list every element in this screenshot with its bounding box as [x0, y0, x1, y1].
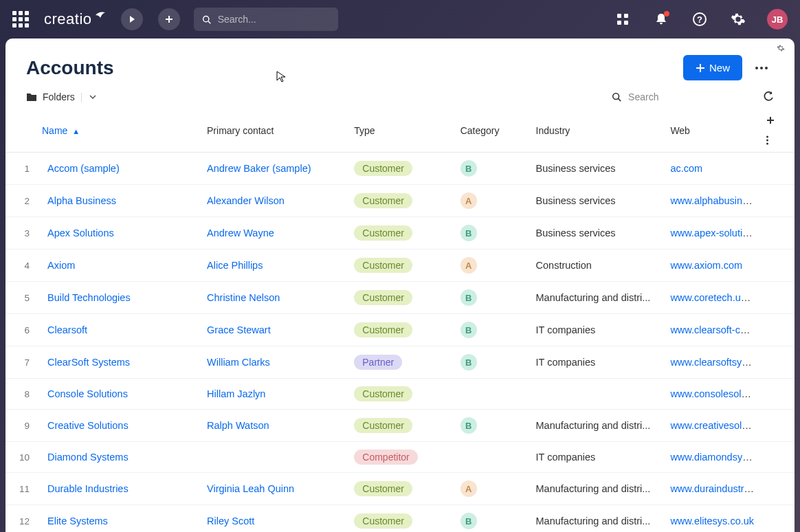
- col-header-web[interactable]: Web: [665, 109, 761, 153]
- svg-point-11: [613, 93, 619, 100]
- account-name-link[interactable]: Diamond Systems: [47, 452, 129, 463]
- ellipsis-icon: [755, 67, 768, 69]
- industry-cell: Construction: [531, 250, 665, 282]
- table-row[interactable]: 10 Diamond Systems Competitor IT compani…: [5, 442, 795, 473]
- account-name-link[interactable]: Creative Solutions: [47, 420, 129, 431]
- add-column-button[interactable]: [766, 116, 781, 124]
- svg-point-10: [765, 67, 768, 69]
- table-row[interactable]: 11 Durable Industries Virginia Leah Quin…: [5, 473, 795, 505]
- more-actions-button[interactable]: [749, 56, 774, 80]
- notifications-icon[interactable]: [650, 8, 672, 30]
- table-row[interactable]: 1 Accom (sample) Andrew Baker (sample) C…: [5, 153, 795, 185]
- web-link[interactable]: www.consolesolutions: [670, 388, 761, 399]
- contact-link[interactable]: William Clarks: [207, 357, 270, 368]
- account-name-link[interactable]: Axiom: [47, 260, 75, 271]
- row-index: 2: [5, 185, 42, 217]
- web-link[interactable]: www.elitesys.co.uk: [670, 516, 754, 527]
- contact-link[interactable]: Riley Scott: [207, 516, 254, 527]
- table-row[interactable]: 12 Elite Systems Riley Scott Customer B …: [5, 505, 795, 533]
- row-index: 8: [5, 379, 42, 410]
- industry-cell: IT companies: [531, 442, 665, 473]
- table-row[interactable]: 5 Build Technologies Christine Nelson Cu…: [5, 282, 795, 314]
- svg-point-14: [766, 140, 768, 142]
- folders-button[interactable]: Folders: [26, 91, 75, 102]
- table-row[interactable]: 2 Alpha Business Alexander Wilson Custom…: [5, 185, 795, 217]
- category-badge: B: [460, 160, 477, 177]
- help-icon[interactable]: ?: [689, 8, 711, 30]
- account-name-link[interactable]: Elite Systems: [47, 516, 108, 527]
- table-row[interactable]: 8 Console Solutions Hillam Jazlyn Custom…: [5, 379, 795, 410]
- apps-menu-icon[interactable]: [12, 11, 29, 27]
- svg-point-0: [203, 16, 208, 21]
- contact-link[interactable]: Alice Phillips: [207, 260, 263, 271]
- account-name-link[interactable]: Accom (sample): [47, 163, 120, 174]
- settings-icon[interactable]: [727, 8, 749, 30]
- contact-link[interactable]: Andrew Wayne: [207, 228, 274, 239]
- table-search[interactable]: [612, 91, 749, 102]
- col-header-name[interactable]: Name ▲: [42, 109, 201, 153]
- play-button[interactable]: [121, 8, 143, 30]
- web-link[interactable]: www.clearsoft-corporate: [670, 324, 761, 335]
- svg-line-12: [619, 99, 621, 102]
- row-index: 10: [5, 442, 42, 473]
- global-search[interactable]: [194, 8, 338, 31]
- web-link[interactable]: www.axiom.com: [670, 260, 742, 271]
- web-link[interactable]: www.duraindustries.com: [670, 483, 761, 494]
- folders-dropdown[interactable]: [89, 95, 96, 99]
- refresh-button[interactable]: [763, 91, 774, 102]
- marketplace-icon[interactable]: [612, 8, 634, 30]
- web-link[interactable]: www.creativesolutions: [670, 420, 761, 431]
- web-link[interactable]: www.clearsoftsys.com: [670, 357, 761, 368]
- web-link[interactable]: ac.com: [670, 163, 702, 174]
- contact-link[interactable]: Grace Stewart: [207, 324, 271, 335]
- panel-settings-icon[interactable]: [777, 44, 785, 52]
- table-row[interactable]: 4 Axiom Alice Phillips Customer A Constr…: [5, 250, 795, 282]
- table-row[interactable]: 6 Clearsoft Grace Stewart Customer B IT …: [5, 314, 795, 346]
- web-link[interactable]: www.alphabusiness.com: [670, 195, 761, 206]
- table-row[interactable]: 7 ClearSoft Systems William Clarks Partn…: [5, 346, 795, 379]
- account-name-link[interactable]: Clearsoft: [47, 324, 87, 335]
- category-badge: A: [460, 480, 477, 497]
- account-name-link[interactable]: Durable Industries: [47, 483, 129, 494]
- add-button[interactable]: [158, 8, 180, 30]
- table-search-input[interactable]: [628, 91, 749, 102]
- web-link[interactable]: www.apex-solutions.com: [670, 228, 761, 239]
- svg-rect-4: [617, 21, 621, 25]
- account-name-link[interactable]: Apex Solutions: [47, 228, 114, 239]
- contact-link[interactable]: Andrew Baker (sample): [207, 163, 311, 174]
- contact-link[interactable]: Ralph Watson: [207, 420, 269, 431]
- search-icon: [202, 14, 211, 25]
- account-name-link[interactable]: Console Solutions: [47, 388, 128, 399]
- col-header-industry[interactable]: Industry: [531, 109, 665, 153]
- user-avatar[interactable]: JB: [767, 9, 788, 30]
- type-badge: Customer: [354, 161, 412, 176]
- chevron-down-icon: [89, 95, 96, 99]
- row-index: 5: [5, 282, 42, 314]
- column-menu-button[interactable]: [766, 135, 781, 145]
- web-link[interactable]: www.diamondsys-co: [670, 452, 761, 463]
- global-search-input[interactable]: [218, 14, 330, 25]
- account-name-link[interactable]: ClearSoft Systems: [47, 357, 130, 368]
- type-badge: Customer: [354, 258, 412, 273]
- type-badge: Customer: [354, 418, 412, 433]
- contact-link[interactable]: Virginia Leah Quinn: [207, 483, 294, 494]
- account-name-link[interactable]: Alpha Business: [47, 195, 116, 206]
- type-badge: Customer: [354, 322, 412, 337]
- table-row[interactable]: 9 Creative Solutions Ralph Watson Custom…: [5, 410, 795, 442]
- new-button[interactable]: New: [683, 55, 742, 80]
- svg-rect-2: [617, 14, 621, 18]
- web-link[interactable]: www.coretech.us.com: [670, 292, 761, 303]
- industry-cell: IT companies: [531, 346, 665, 379]
- contact-link[interactable]: Christine Nelson: [207, 292, 280, 303]
- col-header-contact[interactable]: Primary contact: [201, 109, 348, 153]
- logo[interactable]: creatio: [44, 10, 106, 28]
- category-badge: B: [460, 354, 477, 370]
- col-header-type[interactable]: Type: [348, 109, 454, 153]
- contact-link[interactable]: Hillam Jazlyn: [207, 388, 265, 399]
- contact-link[interactable]: Alexander Wilson: [207, 195, 285, 206]
- col-header-category[interactable]: Category: [455, 109, 531, 153]
- table-row[interactable]: 3 Apex Solutions Andrew Wayne Customer B…: [5, 217, 795, 250]
- industry-cell: IT companies: [531, 314, 665, 346]
- account-name-link[interactable]: Build Technologies: [47, 292, 131, 303]
- type-badge: Customer: [354, 193, 412, 208]
